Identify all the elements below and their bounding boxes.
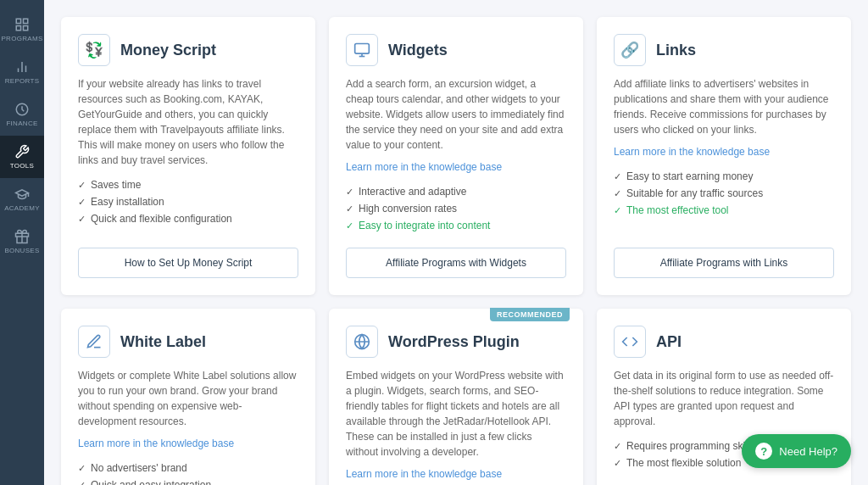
- svg-rect-0: [16, 19, 20, 23]
- svg-rect-1: [24, 19, 28, 23]
- sidebar-label-academy: Academy: [4, 204, 40, 212]
- feature-item: ✓High conversion rates: [346, 200, 566, 217]
- feature-item: ✓Quick and flexible configuration: [78, 210, 298, 227]
- check-icon-green: ✓: [346, 220, 353, 231]
- links-link[interactable]: Learn more in the knowledge base: [614, 146, 834, 158]
- need-help-icon: ?: [755, 443, 772, 460]
- money-script-icon: 💱: [78, 34, 110, 66]
- widgets-icon: [346, 34, 378, 66]
- check-icon: ✓: [78, 480, 86, 486]
- check-icon: ✓: [78, 463, 86, 474]
- links-button[interactable]: Affiliate Programs with Links: [614, 248, 834, 278]
- sidebar-item-finance[interactable]: Finance: [0, 93, 44, 136]
- sidebar-label-bonuses: Bonuses: [4, 247, 39, 254]
- wordpress-icon: [346, 326, 378, 358]
- svg-rect-10: [355, 44, 370, 54]
- svg-rect-2: [24, 26, 28, 31]
- feature-item-highlight: ✓Easy to integrate into content: [346, 217, 566, 234]
- check-icon: ✓: [346, 203, 353, 215]
- widgets-button[interactable]: Affiliate Programs with Widgets: [346, 248, 566, 278]
- check-icon: ✓: [346, 187, 353, 198]
- sidebar-item-academy[interactable]: Academy: [0, 178, 44, 220]
- wordpress-title: WordPress Plugin: [388, 333, 520, 351]
- need-help-button[interactable]: ? Need Help?: [742, 434, 851, 468]
- svg-rect-3: [16, 26, 20, 31]
- white-label-title: White Label: [120, 333, 206, 351]
- feature-item: ✓Quick and easy integration: [78, 477, 298, 485]
- card-white-label: White Label Widgets or complete White La…: [61, 309, 315, 485]
- links-description: Add affiliate links to advertisers' webs…: [614, 76, 834, 137]
- check-icon: ✓: [78, 197, 86, 208]
- white-label-description: Widgets or complete White Label solution…: [78, 368, 298, 429]
- card-money-script-header: 💱 Money Script: [78, 34, 298, 66]
- feature-item: ✓Interactive and adaptive: [346, 183, 566, 200]
- card-money-script: 💱 Money Script If your website already h…: [61, 17, 315, 295]
- widgets-features: ✓Interactive and adaptive ✓High conversi…: [346, 183, 566, 234]
- sidebar-label-reports: Reports: [5, 77, 40, 85]
- card-links-header: 🔗 Links: [614, 34, 834, 66]
- sidebar-item-tools[interactable]: Tools: [0, 136, 44, 178]
- money-script-features: ✓Saves time ✓Easy installation ✓Quick an…: [78, 176, 298, 234]
- card-links: 🔗 Links Add affiliate links to advertise…: [597, 17, 851, 295]
- card-white-label-header: White Label: [78, 326, 298, 358]
- sidebar-item-programs[interactable]: Programs: [0, 8, 44, 51]
- check-icon: ✓: [614, 171, 621, 182]
- wordpress-description: Embed widgets on your WordPress website …: [346, 368, 566, 460]
- api-title: API: [656, 333, 682, 351]
- feature-item: ✓Suitable for any traffic sources: [614, 185, 834, 202]
- card-widgets: Widgets Add a search form, an excursion …: [329, 17, 583, 295]
- check-icon: ✓: [614, 188, 621, 199]
- card-api-header: API: [614, 326, 834, 358]
- api-icon: [614, 326, 646, 358]
- sidebar-item-reports[interactable]: Reports: [0, 51, 44, 93]
- links-features: ✓Easy to start earning money ✓Suitable f…: [614, 168, 834, 234]
- sidebar: Programs Reports Finance Tools Academy: [0, 0, 44, 485]
- feature-item: ✓Easy installation: [78, 193, 298, 210]
- money-script-title: Money Script: [120, 42, 216, 59]
- recommended-badge: RECOMMENDED: [490, 308, 570, 321]
- api-description: Get data in its original form to use as …: [614, 368, 834, 429]
- need-help-label: Need Help?: [779, 445, 837, 458]
- sidebar-label-programs: Programs: [1, 35, 42, 42]
- check-icon: ✓: [614, 458, 621, 469]
- widgets-description: Add a search form, an excursion widget, …: [346, 76, 566, 153]
- money-script-description: If your website already has links to tra…: [78, 76, 298, 168]
- check-icon: ✓: [78, 214, 86, 225]
- card-wordpress-plugin: RECOMMENDED WordPress Plugin Embed widge…: [329, 309, 583, 485]
- sidebar-item-bonuses[interactable]: Bonuses: [0, 220, 44, 263]
- white-label-link[interactable]: Learn more in the knowledge base: [78, 438, 298, 449]
- links-icon: 🔗: [614, 34, 646, 66]
- links-title: Links: [656, 42, 696, 59]
- feature-item: ✓No advertisers' brand: [78, 460, 298, 477]
- main-content: 💱 Money Script If your website already h…: [44, 0, 868, 485]
- check-icon: ✓: [78, 180, 86, 191]
- sidebar-label-tools: Tools: [10, 162, 34, 170]
- sidebar-label-finance: Finance: [6, 120, 37, 127]
- widgets-link[interactable]: Learn more in the knowledge base: [346, 161, 566, 173]
- white-label-features: ✓No advertisers' brand ✓Quick and easy i…: [78, 460, 298, 485]
- wordpress-link[interactable]: Learn more in the knowledge base: [346, 468, 566, 480]
- check-icon-green: ✓: [614, 205, 621, 216]
- card-widgets-header: Widgets: [346, 34, 566, 66]
- feature-item-highlight: ✓The most effective tool: [614, 202, 834, 219]
- card-wordpress-header: WordPress Plugin: [346, 326, 566, 358]
- white-label-icon: [78, 326, 110, 358]
- money-script-button[interactable]: How to Set Up Money Script: [78, 248, 298, 278]
- feature-item: ✓Easy to start earning money: [614, 168, 834, 185]
- widgets-title: Widgets: [388, 42, 448, 59]
- feature-item: ✓Saves time: [78, 176, 298, 193]
- check-icon: ✓: [614, 441, 621, 452]
- cards-grid: 💱 Money Script If your website already h…: [61, 17, 851, 485]
